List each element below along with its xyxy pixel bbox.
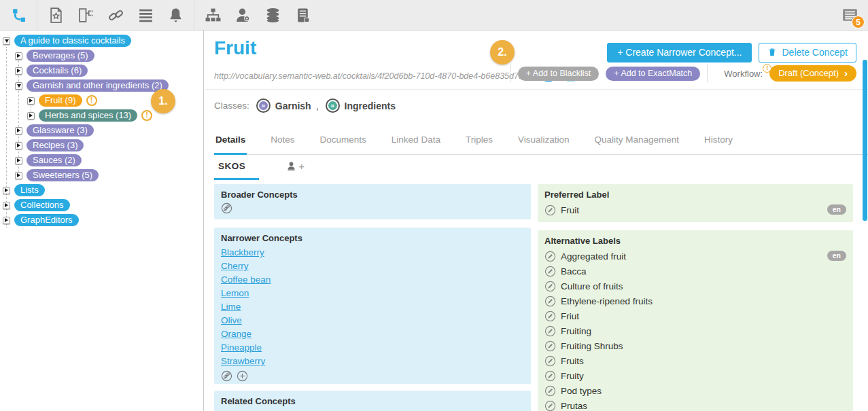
notes-panel-icon[interactable]: 5	[841, 6, 858, 24]
tree-item[interactable]: GraphEditors !	[0, 213, 203, 228]
tab[interactable]: Visualization	[517, 135, 571, 155]
expander-icon[interactable]	[3, 187, 10, 194]
tree-item[interactable]: Glassware (3) !	[0, 123, 203, 138]
edit-label-icon[interactable]	[544, 204, 556, 216]
tab[interactable]: Documents	[319, 135, 368, 155]
user-settings-icon[interactable]	[234, 6, 251, 24]
tree-item-label[interactable]: Collections	[13, 198, 71, 213]
list-icon[interactable]	[137, 6, 154, 24]
tree-item-label[interactable]: Sauces (2)	[25, 153, 83, 168]
tree-item[interactable]: Sauces (2) !	[0, 153, 203, 168]
narrower-concept-link[interactable]: Lemon	[221, 287, 249, 300]
expander-icon[interactable]	[15, 157, 22, 164]
tab[interactable]: Linked Data	[390, 135, 442, 155]
add-concept-icon[interactable]	[237, 370, 248, 382]
workflow-status: Draft (Concept)	[778, 68, 839, 78]
tree-item-label[interactable]: A guide to classic cocktails	[13, 33, 133, 48]
tree-item-label[interactable]: Fruit (9)	[37, 93, 84, 108]
tree-item-label[interactable]: Garnish and other ingredients (2)	[25, 78, 170, 93]
tab[interactable]: Triples	[464, 135, 494, 155]
narrower-concept-link[interactable]: Orange	[221, 327, 251, 341]
edit-label-icon[interactable]	[544, 370, 556, 382]
database-icon[interactable]	[264, 6, 281, 24]
create-narrower-concept-button[interactable]: + Create Narrower Concept...	[607, 43, 752, 62]
narrower-concept-link[interactable]: Strawberry	[221, 355, 265, 368]
narrower-concept-link[interactable]: Cherry	[221, 260, 249, 273]
alternative-label-list: Aggregated fruit en Bacca	[544, 249, 846, 411]
expander-icon[interactable]	[15, 127, 22, 135]
expander-icon[interactable]	[3, 217, 10, 224]
expander-icon[interactable]	[15, 67, 22, 75]
compare-ab-icon[interactable]	[77, 6, 94, 24]
tree-item[interactable]: A guide to classic cocktails !	[0, 33, 203, 48]
tree-item[interactable]: Collections !	[0, 198, 203, 213]
taxonomy-logo-icon[interactable]	[10, 6, 27, 24]
expander-icon[interactable]	[3, 37, 10, 45]
tree-item[interactable]: Beverages (5) !	[0, 48, 203, 63]
add-schema-tab[interactable]: +	[286, 160, 305, 180]
edit-label-icon[interactable]	[544, 355, 556, 367]
tree-item[interactable]: Sweeteners (5) !	[0, 168, 203, 183]
tab[interactable]: History	[703, 135, 734, 155]
sitemap-icon[interactable]	[204, 6, 222, 24]
tree-item-label[interactable]: Herbs and spices (13)	[37, 108, 139, 123]
tree-item[interactable]: Garnish and other ingredients (2) !	[0, 78, 203, 93]
delete-concept-button[interactable]: Delete Concept	[759, 43, 856, 62]
tree-item[interactable]: Lists !	[0, 183, 203, 198]
expander-icon[interactable]	[15, 172, 22, 179]
link-concept-icon[interactable]	[221, 202, 232, 214]
tab-skos[interactable]: SKOS	[214, 161, 259, 180]
narrower-concepts-panel: Narrower Concepts Blackberry Cherry Coff…	[214, 228, 531, 384]
link-concept-icon[interactable]	[221, 370, 232, 382]
tree-item-label[interactable]: Sweeteners (5)	[25, 168, 100, 183]
expander-icon[interactable]	[15, 142, 22, 149]
edit-label-icon[interactable]	[544, 310, 556, 322]
edit-label-icon[interactable]	[544, 325, 556, 337]
expander-icon[interactable]	[3, 202, 10, 209]
vertical-scrollbar[interactable]	[863, 60, 867, 221]
edit-label-icon[interactable]	[544, 340, 556, 352]
edit-label-icon[interactable]	[544, 400, 556, 411]
link-icon[interactable]	[107, 6, 124, 24]
narrower-concept-link[interactable]: Coffee bean	[221, 273, 271, 287]
edit-label-icon[interactable]	[544, 266, 556, 277]
add-to-exactmatch-button[interactable]: + Add to ExactMatch	[606, 67, 700, 81]
class-chip[interactable]: » Ingredients	[326, 99, 400, 113]
alternative-label-value: Aggregated fruit	[561, 251, 626, 262]
tab[interactable]: Details	[214, 135, 247, 155]
alternative-label-value: Friut	[561, 311, 579, 321]
edit-label-icon[interactable]	[544, 251, 556, 262]
tree-item[interactable]: Herbs and spices (13) !	[0, 108, 203, 123]
tab[interactable]: Notes	[269, 135, 296, 155]
alternative-label-row: Fruiting Shrubs	[544, 338, 846, 353]
alternative-label-row: Fruits	[544, 353, 846, 368]
tree-item-label[interactable]: Cocktails (6)	[25, 63, 89, 78]
workflow-status-button[interactable]: Draft (Concept) ›	[769, 65, 856, 82]
add-to-blacklist-button[interactable]: + Add to Blacklist	[518, 67, 600, 81]
expander-icon[interactable]	[27, 97, 35, 105]
panel-title: Narrower Concepts	[221, 233, 524, 243]
edit-label-icon[interactable]	[544, 296, 556, 307]
narrower-concept-link[interactable]: Blackberry	[221, 246, 264, 260]
narrower-concept-link[interactable]: Pineapple	[221, 341, 262, 355]
edit-label-icon[interactable]	[544, 281, 556, 292]
preferred-label-row: Fruit en	[544, 202, 846, 217]
expander-icon[interactable]	[27, 112, 35, 120]
expander-icon[interactable]	[15, 82, 22, 90]
tree-item-label[interactable]: Beverages (5)	[25, 48, 96, 63]
narrower-concept-link[interactable]: Lime	[221, 300, 241, 314]
tab[interactable]: Quality Management	[593, 135, 680, 155]
tree-item-label[interactable]: Glassware (3)	[25, 123, 95, 138]
notifications-bell-icon[interactable]	[167, 6, 184, 24]
class-chip[interactable]: » Garnish ,	[256, 99, 319, 113]
server-icon[interactable]	[294, 6, 311, 24]
tree-item-label[interactable]: Recipes (3)	[25, 138, 85, 153]
narrower-concept-link[interactable]: Olive	[221, 314, 242, 327]
tree-item-label[interactable]: GraphEditors	[13, 213, 80, 228]
project-document-icon[interactable]	[47, 6, 65, 24]
tree-item[interactable]: Cocktails (6) !	[0, 63, 203, 78]
tree-item[interactable]: Recipes (3) !	[0, 138, 203, 153]
tree-item-label[interactable]: Lists	[13, 183, 46, 198]
expander-icon[interactable]	[15, 52, 22, 60]
edit-label-icon[interactable]	[544, 385, 556, 397]
